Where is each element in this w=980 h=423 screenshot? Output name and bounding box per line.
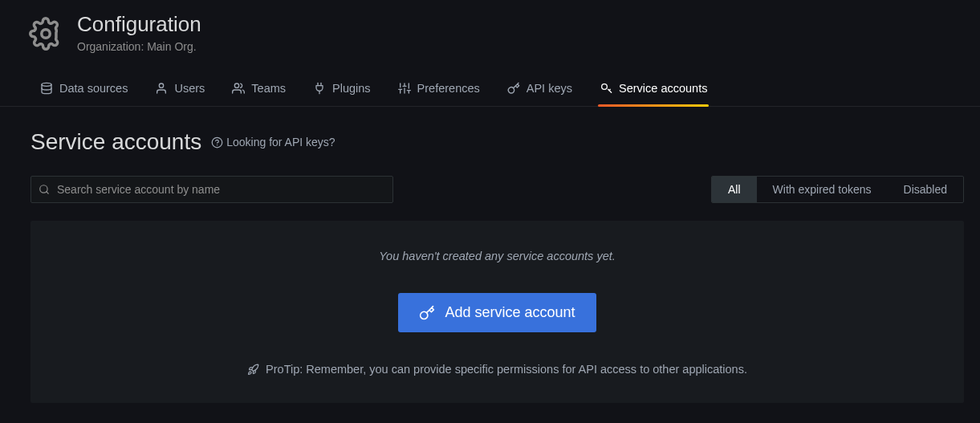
gear-icon — [29, 17, 63, 51]
filter-all[interactable]: All — [712, 177, 757, 202]
search-input[interactable] — [30, 176, 393, 203]
plug-icon — [313, 82, 326, 95]
svg-point-1 — [42, 83, 51, 87]
database-icon — [40, 82, 53, 95]
user-icon — [155, 82, 168, 95]
svg-point-13 — [602, 84, 608, 90]
tab-plugins[interactable]: Plugins — [311, 74, 372, 106]
tab-service-accounts[interactable]: Service accounts — [598, 74, 709, 106]
svg-line-17 — [47, 192, 49, 194]
svg-point-3 — [235, 83, 239, 87]
tab-preferences[interactable]: Preferences — [396, 74, 482, 106]
tab-label: Plugins — [332, 82, 371, 95]
tab-bar: Data sources Users Teams Plugins Prefere… — [0, 74, 980, 107]
key-icon — [507, 82, 520, 95]
hint-text: Looking for API keys? — [226, 136, 335, 148]
empty-message: You haven't created any service accounts… — [47, 250, 948, 262]
button-label: Add service account — [445, 304, 575, 321]
tab-data-sources[interactable]: Data sources — [39, 74, 129, 106]
content-area: Service accounts Looking for API keys? A… — [0, 107, 980, 403]
api-keys-hint-link[interactable]: Looking for API keys? — [211, 136, 335, 148]
search-wrapper — [30, 176, 393, 203]
protip-text: ProTip: Remember, you can provide specif… — [266, 363, 747, 376]
tab-teams[interactable]: Teams — [230, 74, 287, 106]
empty-state-panel: You haven't created any service accounts… — [30, 221, 964, 403]
page-header-subtitle: Organization: Main Org. — [77, 40, 201, 53]
tab-label: API keys — [527, 82, 572, 95]
filter-disabled[interactable]: Disabled — [888, 177, 963, 202]
tab-users[interactable]: Users — [153, 74, 206, 106]
sliders-icon — [398, 82, 411, 95]
question-circle-icon — [211, 136, 223, 148]
tab-label: Service accounts — [619, 82, 707, 95]
service-account-icon — [600, 82, 612, 95]
page-title: Service accounts — [30, 129, 201, 155]
tab-label: Data sources — [59, 82, 128, 95]
tab-label: Users — [174, 82, 205, 95]
page-header-title: Configuration — [77, 12, 201, 37]
tab-label: Preferences — [417, 82, 480, 95]
users-icon — [232, 82, 245, 95]
filter-group: All With expired tokens Disabled — [711, 176, 964, 203]
tab-api-keys[interactable]: API keys — [506, 74, 574, 106]
tab-label: Teams — [251, 82, 286, 95]
key-icon — [419, 305, 435, 321]
page-header: Configuration Organization: Main Org. — [0, 0, 980, 53]
rocket-icon — [247, 364, 259, 376]
add-service-account-button[interactable]: Add service account — [398, 293, 596, 332]
search-icon — [39, 184, 50, 195]
filter-expired-tokens[interactable]: With expired tokens — [757, 177, 888, 202]
svg-point-0 — [42, 30, 51, 39]
svg-point-2 — [160, 83, 164, 87]
